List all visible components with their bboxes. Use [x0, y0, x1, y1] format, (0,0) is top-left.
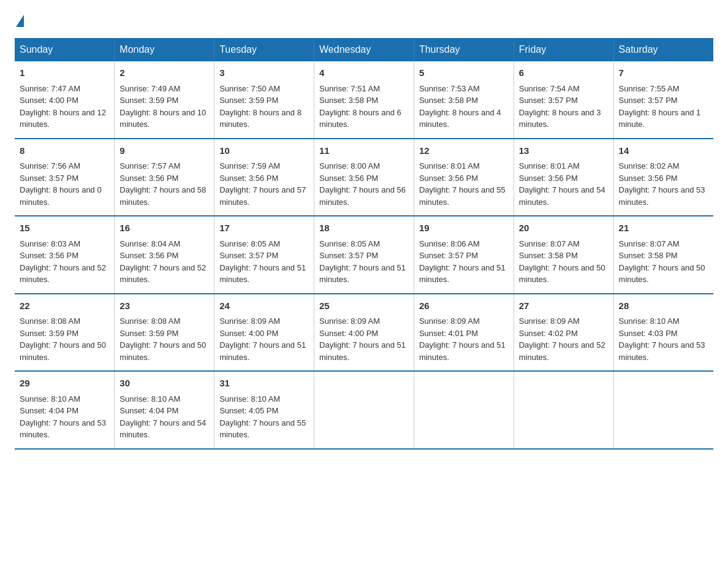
sunset-label: Sunset: 3:58 PM [619, 251, 678, 260]
sunset-label: Sunset: 4:01 PM [419, 329, 478, 338]
sunrise-label: Sunrise: 8:10 AM [119, 394, 180, 404]
calendar-cell: 26Sunrise: 8:09 AMSunset: 4:01 PMDayligh… [414, 294, 514, 372]
calendar-cell: 12Sunrise: 8:01 AMSunset: 3:56 PMDayligh… [414, 139, 514, 216]
day-number: 25 [319, 299, 409, 313]
daylight-label: Daylight: 7 hours and 52 minutes. [20, 263, 106, 285]
calendar-cell: 18Sunrise: 8:05 AMSunset: 3:57 PMDayligh… [314, 216, 414, 294]
sunrise-label: Sunrise: 8:03 AM [20, 239, 80, 248]
calendar-cell: 7Sunrise: 7:55 AMSunset: 3:57 PMDaylight… [613, 61, 713, 139]
calendar-cell: 6Sunrise: 7:54 AMSunset: 3:57 PMDaylight… [514, 61, 613, 139]
calendar-cell: 5Sunrise: 7:53 AMSunset: 3:58 PMDaylight… [414, 61, 514, 139]
calendar-cell: 29Sunrise: 8:10 AMSunset: 4:04 PMDayligh… [15, 371, 115, 449]
calendar-cell: 21Sunrise: 8:07 AMSunset: 3:58 PMDayligh… [613, 216, 713, 294]
calendar-week-row: 15Sunrise: 8:03 AMSunset: 3:56 PMDayligh… [15, 216, 713, 294]
sunrise-label: Sunrise: 8:09 AM [519, 316, 580, 326]
header-monday: Monday [115, 38, 214, 61]
daylight-label: Daylight: 7 hours and 52 minutes. [119, 263, 206, 285]
header-thursday: Thursday [414, 38, 514, 61]
header-sunday: Sunday [15, 38, 115, 61]
calendar-cell [414, 371, 514, 449]
calendar-cell: 19Sunrise: 8:06 AMSunset: 3:57 PMDayligh… [414, 216, 514, 294]
logo-flag-icon [16, 15, 24, 27]
day-number: 24 [219, 299, 309, 313]
sunset-label: Sunset: 4:05 PM [219, 406, 278, 415]
daylight-label: Daylight: 7 hours and 51 minutes. [319, 340, 406, 362]
sunrise-label: Sunrise: 8:10 AM [219, 394, 280, 404]
sunset-label: Sunset: 3:56 PM [119, 174, 178, 183]
header-friday: Friday [514, 38, 613, 61]
sunrise-label: Sunrise: 7:56 AM [20, 161, 80, 170]
sunrise-label: Sunrise: 7:55 AM [619, 84, 680, 93]
logo [15, 15, 25, 26]
calendar-week-row: 1Sunrise: 7:47 AMSunset: 4:00 PMDaylight… [15, 61, 713, 139]
sunset-label: Sunset: 3:59 PM [119, 329, 178, 338]
daylight-label: Daylight: 8 hours and 0 minutes. [20, 185, 102, 207]
calendar-cell [314, 371, 414, 449]
day-number: 27 [519, 299, 609, 313]
daylight-label: Daylight: 7 hours and 55 minutes. [219, 418, 306, 440]
sunrise-label: Sunrise: 7:57 AM [119, 161, 180, 170]
day-number: 23 [119, 299, 209, 313]
sunrise-label: Sunrise: 8:09 AM [419, 316, 480, 326]
sunrise-label: Sunrise: 8:08 AM [20, 316, 80, 326]
sunrise-label: Sunrise: 8:01 AM [519, 161, 580, 170]
daylight-label: Daylight: 7 hours and 50 minutes. [619, 263, 705, 285]
calendar-cell: 30Sunrise: 8:10 AMSunset: 4:04 PMDayligh… [115, 371, 214, 449]
day-number: 21 [619, 221, 708, 236]
calendar-cell: 15Sunrise: 8:03 AMSunset: 3:56 PMDayligh… [15, 216, 115, 294]
calendar-cell: 11Sunrise: 8:00 AMSunset: 3:56 PMDayligh… [314, 139, 414, 216]
daylight-label: Daylight: 7 hours and 50 minutes. [119, 340, 206, 362]
calendar-cell [613, 371, 713, 449]
calendar-cell: 20Sunrise: 8:07 AMSunset: 3:58 PMDayligh… [514, 216, 613, 294]
sunset-label: Sunset: 4:04 PM [119, 406, 178, 415]
daylight-label: Daylight: 8 hours and 10 minutes. [119, 108, 206, 129]
daylight-label: Daylight: 7 hours and 53 minutes. [20, 418, 106, 440]
sunset-label: Sunset: 3:56 PM [219, 174, 278, 183]
sunset-label: Sunset: 4:03 PM [619, 329, 678, 338]
daylight-label: Daylight: 7 hours and 51 minutes. [419, 340, 506, 362]
sunrise-label: Sunrise: 8:07 AM [519, 239, 580, 248]
calendar-table: Sunday Monday Tuesday Wednesday Thursday… [15, 38, 713, 450]
day-number: 31 [219, 377, 309, 391]
sunrise-label: Sunrise: 7:49 AM [119, 84, 180, 93]
sunrise-label: Sunrise: 8:05 AM [219, 239, 280, 248]
daylight-label: Daylight: 7 hours and 57 minutes. [219, 185, 306, 207]
sunset-label: Sunset: 3:56 PM [619, 174, 678, 183]
sunset-label: Sunset: 3:57 PM [219, 251, 278, 260]
calendar-cell: 14Sunrise: 8:02 AMSunset: 3:56 PMDayligh… [613, 139, 713, 216]
sunrise-label: Sunrise: 7:53 AM [419, 84, 480, 93]
day-number: 12 [419, 144, 509, 158]
day-number: 6 [519, 66, 609, 80]
sunrise-label: Sunrise: 8:09 AM [219, 316, 280, 326]
day-number: 8 [20, 144, 109, 158]
sunset-label: Sunset: 4:00 PM [219, 329, 278, 338]
sunset-label: Sunset: 4:00 PM [319, 329, 378, 338]
daylight-label: Daylight: 8 hours and 3 minutes. [519, 108, 601, 129]
sunrise-label: Sunrise: 8:06 AM [419, 239, 480, 248]
calendar-cell: 9Sunrise: 7:57 AMSunset: 3:56 PMDaylight… [115, 139, 214, 216]
day-number: 13 [519, 144, 609, 158]
daylight-label: Daylight: 7 hours and 51 minutes. [319, 263, 406, 285]
sunset-label: Sunset: 3:59 PM [219, 96, 278, 105]
calendar-cell: 23Sunrise: 8:08 AMSunset: 3:59 PMDayligh… [115, 294, 214, 372]
calendar-cell: 27Sunrise: 8:09 AMSunset: 4:02 PMDayligh… [514, 294, 613, 372]
sunset-label: Sunset: 3:57 PM [20, 174, 78, 183]
calendar-week-row: 8Sunrise: 7:56 AMSunset: 3:57 PMDaylight… [15, 139, 713, 216]
sunset-label: Sunset: 3:59 PM [20, 329, 78, 338]
sunset-label: Sunset: 4:00 PM [20, 96, 78, 105]
calendar-cell: 8Sunrise: 7:56 AMSunset: 3:57 PMDaylight… [15, 139, 115, 216]
calendar-header-row: Sunday Monday Tuesday Wednesday Thursday… [15, 38, 713, 61]
calendar-cell: 3Sunrise: 7:50 AMSunset: 3:59 PMDaylight… [214, 61, 314, 139]
day-number: 18 [319, 221, 409, 236]
day-number: 26 [419, 299, 509, 313]
calendar-cell: 13Sunrise: 8:01 AMSunset: 3:56 PMDayligh… [514, 139, 613, 216]
sunrise-label: Sunrise: 7:47 AM [20, 84, 80, 93]
day-number: 28 [619, 299, 708, 313]
calendar-cell: 16Sunrise: 8:04 AMSunset: 3:56 PMDayligh… [115, 216, 214, 294]
daylight-label: Daylight: 8 hours and 4 minutes. [419, 108, 501, 129]
sunrise-label: Sunrise: 8:01 AM [419, 161, 480, 170]
daylight-label: Daylight: 7 hours and 50 minutes. [20, 340, 106, 362]
daylight-label: Daylight: 7 hours and 53 minutes. [619, 340, 705, 362]
calendar-cell [514, 371, 613, 449]
daylight-label: Daylight: 7 hours and 56 minutes. [319, 185, 406, 207]
